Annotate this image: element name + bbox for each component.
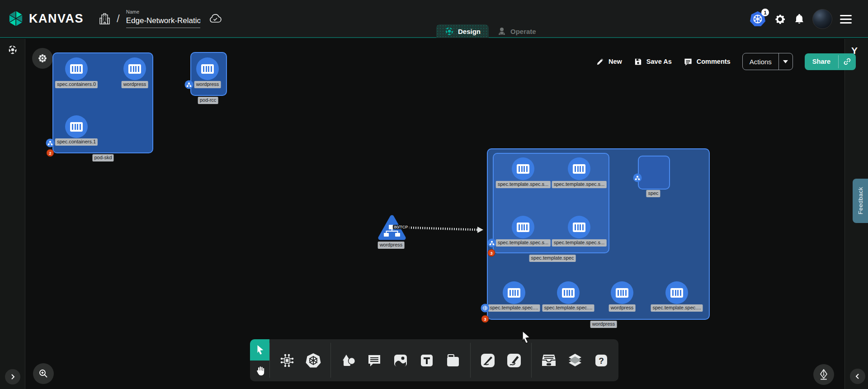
- container-icon: [517, 223, 529, 232]
- shapes-icon: [340, 353, 356, 368]
- node-spec.template.spec.s...[interactable]: [512, 216, 534, 238]
- note-tool-button[interactable]: [440, 345, 466, 376]
- tab-operate[interactable]: Operate: [489, 24, 544, 38]
- node-label: spec: [646, 190, 660, 197]
- node-wordpress[interactable]: [196, 57, 219, 80]
- group-label: pod-skd: [92, 154, 113, 161]
- group-spec-template-spec[interactable]: [493, 153, 609, 253]
- new-button[interactable]: New: [596, 57, 622, 66]
- node-label: wordpress: [122, 81, 148, 88]
- cloud-saved-icon: [208, 14, 222, 24]
- save-floppy-icon: [634, 57, 642, 66]
- notifications-bell-icon[interactable]: [794, 13, 805, 25]
- hierarchy-badge-icon: [185, 81, 193, 89]
- actions-caret-button[interactable]: [779, 53, 793, 70]
- mouse-cursor: [521, 330, 533, 344]
- node-spec.containers.1[interactable]: [65, 115, 88, 138]
- feedback-label: Feedback: [857, 187, 864, 214]
- tab-design-label: Design: [458, 28, 481, 35]
- collapse-panel-left-button[interactable]: [850, 369, 865, 384]
- design-swirl-icon: [444, 26, 454, 36]
- design-flower-button[interactable]: [32, 48, 53, 69]
- container-icon: [573, 164, 585, 174]
- component-tool-button[interactable]: [274, 345, 300, 376]
- pan-tool-button[interactable]: [250, 361, 269, 382]
- image-tool-button[interactable]: [387, 345, 414, 376]
- node-spec.template.spec.s...[interactable]: [512, 157, 534, 180]
- copy-link-button[interactable]: [839, 53, 856, 70]
- node-label: spec.containers.1: [55, 138, 98, 146]
- design-name-input[interactable]: [126, 15, 200, 28]
- share-button[interactable]: Share: [805, 53, 856, 70]
- node-wordpress[interactable]: [123, 57, 146, 80]
- pencil-tool-button[interactable]: [501, 345, 527, 376]
- share-label: Share: [805, 53, 838, 70]
- group-label: wordpress: [590, 321, 617, 328]
- kanvas-logo[interactable]: KANVAS: [6, 9, 84, 28]
- feedback-tab[interactable]: Feedback: [853, 179, 868, 223]
- design-name-block: Name: [126, 9, 200, 28]
- container-icon: [70, 64, 83, 74]
- canvas-toolbar: ?: [250, 339, 618, 381]
- node-label: wordpress: [609, 304, 636, 312]
- kanvas-app: KANVAS / Name: [0, 0, 868, 389]
- comment-bubble-icon: [367, 353, 382, 368]
- pen-tool-button[interactable]: [475, 345, 501, 376]
- drawer-tool-button[interactable]: [536, 345, 562, 376]
- k8s-context-count-badge: 1: [761, 9, 769, 16]
- brand-name: KANVAS: [29, 12, 84, 26]
- hierarchy-badge-icon: [488, 239, 496, 247]
- name-field-label: Name: [126, 9, 200, 15]
- kubernetes-tool-button[interactable]: [300, 345, 326, 376]
- design-toolbar: New Save As Comments Actions Shar: [596, 53, 856, 70]
- container-icon: [670, 288, 683, 298]
- settings-gear-icon[interactable]: [774, 13, 786, 25]
- container-icon: [517, 164, 529, 174]
- menu-hamburger-icon[interactable]: [840, 15, 852, 24]
- comments-label: Comments: [697, 58, 731, 65]
- node-label: wordpress: [378, 242, 405, 249]
- help-tool-button[interactable]: ?: [588, 345, 614, 376]
- node-wordpress[interactable]: [611, 281, 633, 304]
- expand-panel-right-button[interactable]: [5, 369, 20, 384]
- user-avatar[interactable]: [812, 9, 832, 29]
- spec-template-spec-count-badge: 3: [488, 249, 495, 257]
- left-rail: [0, 39, 25, 389]
- node-label: spec.template.spec....: [651, 304, 703, 312]
- select-arrow-icon: [255, 344, 265, 355]
- pen-nib-button[interactable]: [813, 364, 834, 385]
- node-spec.template.spec.s...[interactable]: [568, 216, 590, 238]
- node-spec.template.spec....[interactable]: [503, 281, 525, 304]
- node-spec.template.spec....[interactable]: [557, 281, 580, 304]
- layers-tool-button[interactable]: [562, 345, 588, 376]
- node-spec.template.spec....[interactable]: [665, 281, 688, 304]
- app-header: KANVAS / Name: [0, 0, 868, 38]
- zoom-search-button[interactable]: [33, 363, 54, 384]
- meshery-swirl-icon[interactable]: [7, 44, 18, 55]
- svg-text:?: ?: [599, 356, 604, 365]
- comments-button[interactable]: Comments: [684, 57, 731, 66]
- node-label: spec.template.spec.s...: [552, 239, 607, 247]
- actions-button[interactable]: Actions: [742, 53, 793, 70]
- group-label: pod-rcc: [198, 97, 218, 104]
- hierarchy-badge-icon: [633, 174, 642, 182]
- node-label: spec.containers.0: [55, 81, 98, 88]
- shapes-tool-button[interactable]: [335, 345, 361, 376]
- tab-design[interactable]: Design: [436, 24, 489, 38]
- tab-operate-label: Operate: [510, 28, 536, 35]
- kubernetes-context-icon[interactable]: 1: [749, 10, 766, 28]
- help-question-icon: ?: [594, 353, 609, 368]
- annotation-tools: [331, 339, 470, 381]
- save-as-button[interactable]: Save As: [634, 57, 672, 66]
- node-label: wordpress: [194, 81, 221, 88]
- text-tool-button[interactable]: [414, 345, 440, 376]
- drawer-archive-icon: [541, 353, 557, 368]
- organization-building-icon[interactable]: [99, 13, 110, 25]
- node-spec[interactable]: [638, 156, 670, 190]
- container-icon: [562, 288, 575, 298]
- node-spec.template.spec.s...[interactable]: [568, 157, 590, 180]
- node-spec.containers.0[interactable]: [65, 57, 88, 80]
- comment-tool-button[interactable]: [361, 345, 387, 376]
- pen-icon: [480, 353, 495, 368]
- select-tool-button[interactable]: [250, 339, 269, 361]
